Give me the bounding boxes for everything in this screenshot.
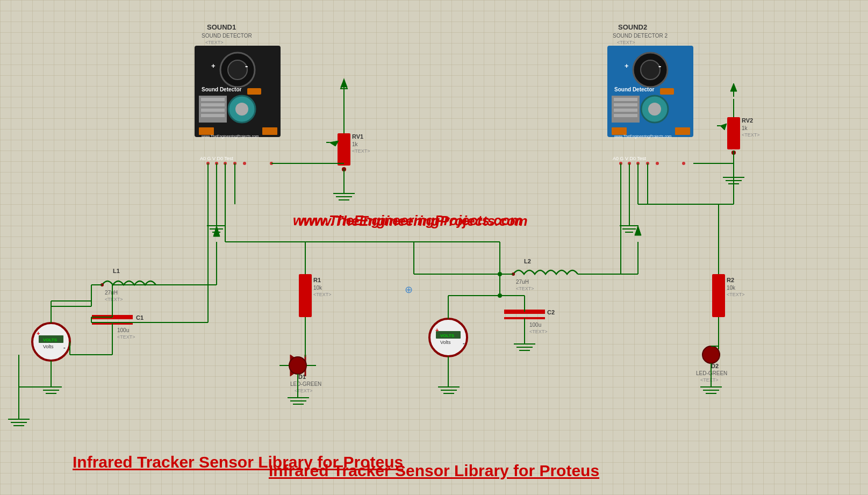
svg-text:L2: L2 [524, 258, 531, 264]
svg-marker-160 [213, 226, 220, 236]
svg-rect-85 [299, 274, 312, 317]
svg-text:RV1: RV1 [352, 133, 363, 140]
svg-marker-70 [730, 83, 737, 91]
svg-text:SOUND2: SOUND2 [618, 23, 647, 31]
svg-text:<TEXT>: <TEXT> [617, 40, 635, 45]
svg-text:D1: D1 [298, 374, 306, 380]
svg-rect-36 [614, 103, 637, 106]
svg-text:Volts: Volts [440, 340, 451, 345]
svg-rect-14 [199, 127, 214, 135]
svg-rect-91 [712, 274, 725, 317]
svg-text:1k: 1k [742, 125, 748, 131]
svg-marker-196 [635, 226, 641, 235]
svg-text:<TEXT>: <TEXT> [105, 297, 123, 302]
svg-rect-6 [247, 88, 261, 95]
svg-rect-38 [614, 114, 637, 117]
svg-text:27uH: 27uH [516, 279, 529, 285]
svg-text:-: - [463, 340, 465, 346]
svg-text:VOLTS: VOLTS [440, 333, 455, 338]
svg-text:SOUND DETECTOR: SOUND DETECTOR [202, 33, 252, 39]
svg-text:www.TheEngineeringProjects.com: www.TheEngineeringProjects.com [614, 134, 672, 139]
svg-text:<TEXT>: <TEXT> [516, 286, 534, 291]
svg-text:+: + [211, 62, 216, 70]
svg-text:SOUND DETECTOR 2: SOUND DETECTOR 2 [613, 33, 668, 39]
svg-rect-10 [201, 109, 225, 112]
svg-text:<TEXT>: <TEXT> [352, 148, 370, 154]
svg-text:-: - [658, 61, 661, 70]
svg-text:<TEXT>: <TEXT> [727, 292, 745, 297]
svg-rect-35 [614, 98, 637, 101]
svg-text:L1: L1 [113, 268, 120, 274]
svg-rect-41 [612, 127, 627, 135]
svg-rect-33 [660, 88, 674, 95]
svg-point-49 [656, 162, 659, 165]
svg-point-40 [648, 103, 661, 116]
svg-rect-72 [727, 117, 740, 149]
svg-text:+: + [37, 330, 40, 336]
svg-point-13 [235, 103, 248, 116]
svg-point-131 [702, 346, 720, 363]
svg-text:10k: 10k [727, 285, 736, 291]
svg-text:A0  G  V  D0  Test: A0 G V D0 Test [613, 156, 646, 161]
svg-text:A0  G  V  D0  Test: A0 G V D0 Test [200, 156, 233, 161]
svg-point-29 [641, 60, 660, 80]
svg-point-185 [498, 293, 502, 298]
svg-text:LED-GREEN: LED-GREEN [290, 381, 321, 387]
svg-rect-42 [675, 127, 690, 135]
svg-text:<TEXT>: <TEXT> [700, 377, 719, 383]
svg-text:D2: D2 [711, 363, 719, 369]
svg-point-50 [682, 162, 685, 165]
svg-text:⊕: ⊕ [405, 284, 413, 295]
svg-text:+: + [625, 62, 629, 70]
svg-text:Sound Detector: Sound Detector [614, 87, 655, 92]
svg-rect-37 [614, 109, 637, 112]
svg-text:100u: 100u [117, 327, 129, 333]
svg-text:LED-GREEN: LED-GREEN [696, 370, 727, 376]
svg-text:C1: C1 [136, 314, 144, 321]
svg-text:<TEXT>: <TEXT> [313, 292, 332, 297]
svg-marker-73 [720, 124, 727, 130]
svg-text:10k: 10k [313, 285, 322, 291]
svg-text:www.TheEngineeringProjects.com: www.TheEngineeringProjects.com [201, 134, 259, 139]
svg-text:www.TheEngineeringProjects.com: www.TheEngineeringProjects.com [298, 213, 528, 229]
svg-text:-: - [63, 344, 66, 350]
svg-rect-11 [201, 114, 225, 117]
svg-text:Volts: Volts [43, 344, 54, 349]
svg-text:27uH: 27uH [105, 290, 118, 296]
svg-text:<TEXT>: <TEXT> [205, 40, 224, 45]
svg-rect-8 [201, 98, 225, 101]
svg-marker-57 [329, 141, 339, 146]
svg-text:R2: R2 [727, 277, 734, 283]
svg-text:Sound Detector: Sound Detector [202, 87, 242, 92]
svg-point-22 [243, 162, 246, 165]
svg-text:VOLTS: VOLTS [43, 338, 58, 342]
svg-text:<TEXT>: <TEXT> [117, 334, 135, 340]
svg-text:R1: R1 [313, 277, 321, 283]
svg-text:1k: 1k [352, 141, 358, 147]
svg-text:<TEXT>: <TEXT> [529, 329, 548, 334]
svg-point-2 [228, 60, 247, 80]
svg-text:RV2: RV2 [742, 117, 753, 124]
svg-text:SOUND1: SOUND1 [207, 23, 236, 31]
svg-rect-15 [262, 127, 277, 135]
svg-text:+: + [435, 327, 439, 333]
svg-text:C2: C2 [547, 309, 555, 315]
page-title: Infrared Tracker Sensor Library for Prot… [0, 462, 868, 480]
svg-text:<TEXT>: <TEXT> [742, 132, 760, 138]
svg-rect-9 [201, 103, 225, 106]
svg-text:-: - [245, 61, 248, 70]
svg-rect-56 [338, 133, 350, 166]
svg-point-127 [289, 357, 306, 374]
svg-text:100u: 100u [529, 322, 541, 328]
